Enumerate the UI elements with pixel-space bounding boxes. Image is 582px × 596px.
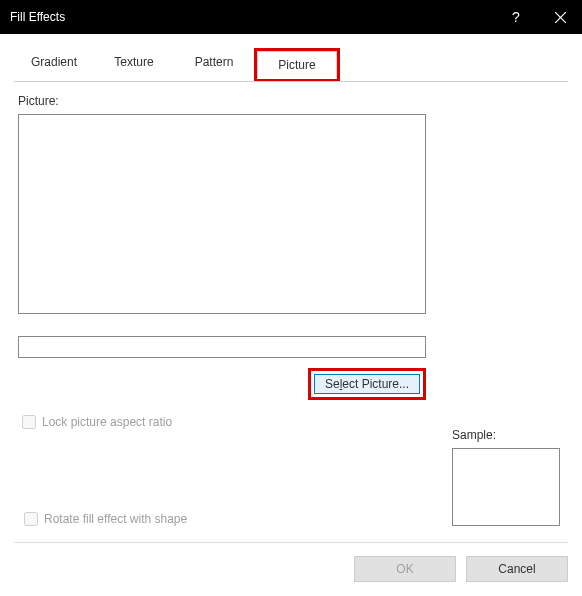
- highlight-box-select: Select Picture...: [308, 368, 426, 400]
- tab-picture[interactable]: Picture: [257, 51, 337, 79]
- rotate-label: Rotate fill effect with shape: [44, 512, 187, 526]
- divider: [14, 542, 568, 543]
- tab-gradient[interactable]: Gradient: [14, 48, 94, 81]
- window-title: Fill Effects: [10, 10, 494, 24]
- close-button[interactable]: [538, 0, 582, 34]
- picture-label: Picture:: [18, 94, 564, 108]
- title-bar: Fill Effects ?: [0, 0, 582, 34]
- ok-button: OK: [354, 556, 456, 582]
- select-picture-button[interactable]: Select Picture...: [314, 374, 420, 394]
- lock-aspect-checkbox: [22, 415, 36, 429]
- help-button[interactable]: ?: [494, 9, 538, 25]
- tab-texture[interactable]: Texture: [94, 48, 174, 81]
- rotate-row: Rotate fill effect with shape: [20, 509, 187, 529]
- sample-area: Sample:: [452, 428, 560, 526]
- picture-preview: [18, 114, 426, 314]
- lock-aspect-label: Lock picture aspect ratio: [42, 415, 172, 429]
- highlight-box-tab: Picture: [254, 48, 340, 81]
- tab-pattern[interactable]: Pattern: [174, 48, 254, 81]
- picture-panel: Picture: Select Picture... Lock picture …: [14, 94, 568, 432]
- button-bar: OK Cancel: [354, 556, 568, 582]
- tab-bar: Gradient Texture Pattern Picture: [14, 48, 568, 82]
- cancel-button[interactable]: Cancel: [466, 556, 568, 582]
- sample-label: Sample:: [452, 428, 560, 442]
- rotate-checkbox: [24, 512, 38, 526]
- sample-preview: [452, 448, 560, 526]
- picture-path-input[interactable]: [18, 336, 426, 358]
